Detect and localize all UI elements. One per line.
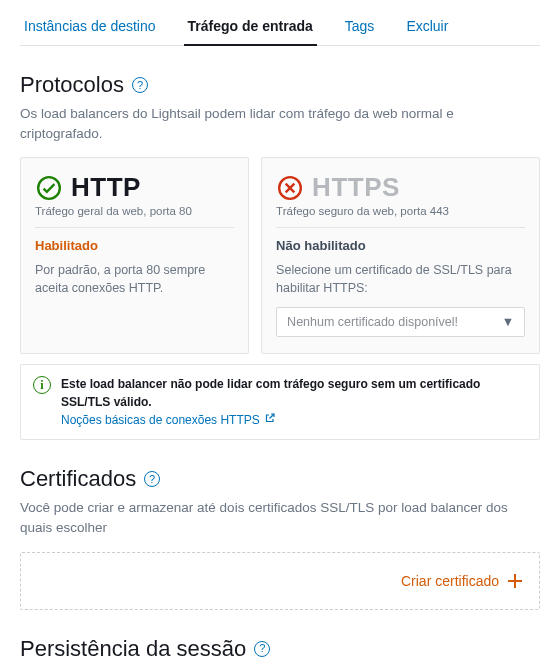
help-icon[interactable]: ?	[254, 641, 270, 657]
https-body: Selecione um certificado de SSL/TLS para…	[276, 261, 525, 297]
https-basics-link[interactable]: Noções básicas de conexões HTTPS	[61, 411, 276, 429]
create-cert-text: Criar certificado	[401, 573, 499, 589]
https-card: HTTPS Tráfego seguro da web, porta 443 N…	[261, 157, 540, 354]
cert-select-value: Nenhum certificado disponível!	[287, 315, 458, 329]
tab-inbound-traffic[interactable]: Tráfego de entrada	[184, 10, 317, 46]
help-icon[interactable]: ?	[132, 77, 148, 93]
http-card: HTTP Tráfego geral da web, porta 80 Habi…	[20, 157, 249, 354]
tab-delete[interactable]: Excluir	[402, 10, 452, 45]
tab-tags[interactable]: Tags	[341, 10, 379, 45]
caret-down-icon: ▼	[502, 315, 514, 329]
help-icon[interactable]: ?	[144, 471, 160, 487]
https-subtext: Tráfego seguro da web, porta 443	[276, 205, 525, 217]
info-banner: i Este load balancer não pode lidar com …	[20, 364, 540, 440]
session-heading: Persistência da sessão ?	[20, 636, 540, 662]
http-status: Habilitado	[35, 238, 234, 253]
https-status: Não habilitado	[276, 238, 525, 253]
cert-select[interactable]: Nenhum certificado disponível! ▼	[276, 307, 525, 337]
x-circle-icon	[276, 174, 304, 202]
tab-target-instances[interactable]: Instâncias de destino	[20, 10, 160, 45]
http-protocol-name: HTTP	[71, 172, 141, 203]
check-circle-icon	[35, 174, 63, 202]
protocols-title-text: Protocolos	[20, 72, 124, 98]
info-link-text: Noções básicas de conexões HTTPS	[61, 411, 260, 429]
external-link-icon	[264, 412, 276, 429]
divider	[276, 227, 525, 228]
create-cert-link[interactable]: Criar certificado	[401, 573, 523, 589]
http-subtext: Tráfego geral da web, porta 80	[35, 205, 234, 217]
protocols-heading: Protocolos ?	[20, 72, 540, 98]
https-protocol-name: HTTPS	[312, 172, 400, 203]
certs-title-text: Certificados	[20, 466, 136, 492]
info-icon: i	[33, 376, 51, 394]
session-title-text: Persistência da sessão	[20, 636, 246, 662]
divider	[35, 227, 234, 228]
http-body: Por padrão, a porta 80 sempre aceita con…	[35, 261, 234, 297]
plus-icon	[507, 573, 523, 589]
create-cert-box: Criar certificado	[20, 552, 540, 610]
tabs-bar: Instâncias de destino Tráfego de entrada…	[20, 0, 540, 46]
protocols-desc: Os load balancers do Lightsail podem lid…	[20, 104, 540, 143]
certs-heading: Certificados ?	[20, 466, 540, 492]
protocol-cards: HTTP Tráfego geral da web, porta 80 Habi…	[20, 157, 540, 354]
info-strong-text: Este load balancer não pode lidar com tr…	[61, 377, 480, 409]
certs-desc: Você pode criar e armazenar até dois cer…	[20, 498, 540, 537]
